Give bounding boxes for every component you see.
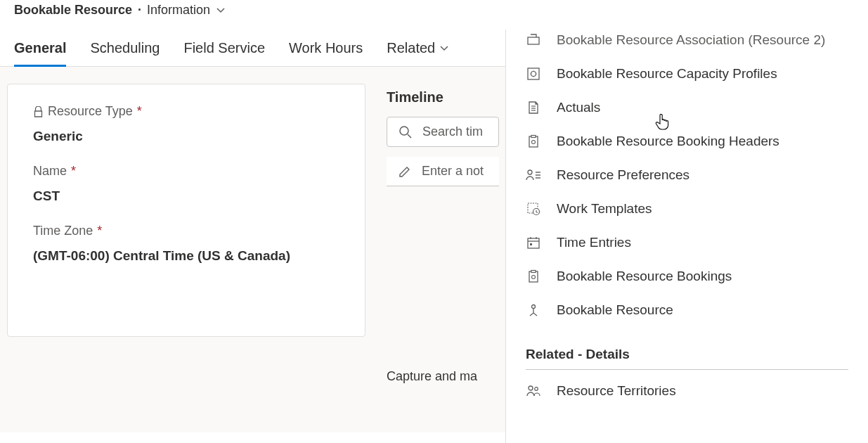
field-resource-type: Resource Type* Generic <box>33 104 339 144</box>
search-icon <box>399 125 413 139</box>
person-list-icon <box>526 167 541 183</box>
menu-section-header: Related - Details <box>526 331 848 370</box>
tab-related[interactable]: Related <box>387 40 449 66</box>
tab-scheduling[interactable]: Scheduling <box>90 40 160 66</box>
calendar-icon <box>526 235 541 250</box>
svg-point-26 <box>529 386 533 390</box>
menu-label: Resource Territories <box>557 383 676 399</box>
svg-point-0 <box>400 127 408 135</box>
field-label: Time Zone* <box>33 224 339 238</box>
chevron-down-icon <box>216 6 226 15</box>
lock-icon <box>33 106 44 117</box>
menu-item-actuals[interactable]: Actuals <box>506 91 868 124</box>
field-value[interactable]: Generic <box>33 129 339 144</box>
search-placeholder: Search tim <box>422 124 483 139</box>
tab-label: Field Service <box>183 40 265 56</box>
field-label: Name* <box>33 164 339 179</box>
menu-item-resource-territories[interactable]: Resource Territories <box>506 374 868 408</box>
svg-point-10 <box>532 141 536 144</box>
svg-point-27 <box>535 387 538 391</box>
label-text: Time Zone <box>33 224 93 238</box>
tab-label: Related <box>387 40 435 56</box>
form-name: Information <box>147 3 210 18</box>
menu-item-booking-headers[interactable]: Bookable Resource Booking Headers <box>506 124 868 158</box>
timeline-note-input[interactable]: Enter a not <box>387 157 499 186</box>
field-name: Name* CST <box>33 164 339 204</box>
svg-rect-22 <box>529 271 538 282</box>
svg-rect-23 <box>531 271 536 273</box>
menu-label: Work Templates <box>557 201 652 217</box>
tab-field-service[interactable]: Field Service <box>183 40 265 66</box>
pencil-icon <box>398 165 412 179</box>
tab-label: Work Hours <box>289 40 363 56</box>
breadcrumb[interactable]: Bookable Resource · Information <box>14 3 854 18</box>
general-card: Resource Type* Generic Name* CST Time Zo… <box>7 84 365 337</box>
menu-label: Bookable Resource Bookings <box>557 269 732 284</box>
menu-item-time-entries[interactable]: Time Entries <box>506 226 868 259</box>
menu-label: Bookable Resource Association (Resource … <box>557 32 825 48</box>
svg-rect-9 <box>531 136 536 138</box>
svg-point-25 <box>532 305 536 309</box>
association-icon <box>526 32 541 48</box>
label-text: Resource Type <box>48 104 133 119</box>
field-value[interactable]: CST <box>33 188 339 204</box>
required-marker: * <box>71 164 76 179</box>
separator: · <box>138 3 141 18</box>
capacity-icon <box>526 66 541 82</box>
menu-label: Bookable Resource Booking Headers <box>557 134 779 149</box>
tab-general[interactable]: General <box>14 40 66 66</box>
clipboard-gear-icon <box>526 134 541 149</box>
tab-work-hours[interactable]: Work Hours <box>289 40 363 66</box>
menu-label: Bookable Resource Capacity Profiles <box>557 66 777 82</box>
menu-item-capacity-profiles[interactable]: Bookable Resource Capacity Profiles <box>506 57 868 91</box>
menu-label: Resource Preferences <box>557 167 689 183</box>
document-icon <box>526 100 541 115</box>
clipboard-gear-icon <box>526 269 541 284</box>
label-text: Name <box>33 164 67 179</box>
template-clock-icon <box>526 201 541 217</box>
menu-label: Time Entries <box>557 235 631 250</box>
entity-name: Bookable Resource <box>14 3 132 18</box>
field-label: Resource Type* <box>33 104 339 119</box>
related-menu: Bookable Resource Association (Resource … <box>505 30 868 443</box>
note-placeholder: Enter a not <box>422 164 484 179</box>
field-timezone: Time Zone* (GMT-06:00) Central Time (US … <box>33 224 339 264</box>
chevron-down-icon <box>439 44 449 53</box>
tab-label: General <box>14 40 66 56</box>
svg-point-24 <box>532 276 536 279</box>
svg-line-1 <box>408 134 411 138</box>
required-marker: * <box>137 104 142 119</box>
svg-rect-8 <box>529 136 538 147</box>
svg-rect-21 <box>530 243 532 245</box>
timeline-search[interactable]: Search tim <box>387 117 499 147</box>
menu-item-truncated[interactable]: Bookable Resource Association (Resource … <box>506 30 868 57</box>
people-icon <box>526 383 541 399</box>
menu-item-resource-preferences[interactable]: Resource Preferences <box>506 158 868 192</box>
required-marker: * <box>97 224 102 238</box>
svg-point-11 <box>528 170 532 174</box>
person-pin-icon <box>526 302 541 318</box>
menu-label: Bookable Resource <box>557 302 673 318</box>
menu-label: Actuals <box>557 100 600 115</box>
svg-rect-2 <box>528 37 539 44</box>
tab-label: Scheduling <box>90 40 160 56</box>
menu-item-bookable-resource[interactable]: Bookable Resource <box>506 293 868 327</box>
menu-item-bookings[interactable]: Bookable Resource Bookings <box>506 259 868 293</box>
field-value[interactable]: (GMT-06:00) Central Time (US & Canada) <box>33 248 339 264</box>
svg-rect-3 <box>528 68 539 79</box>
svg-rect-17 <box>528 238 539 248</box>
menu-item-work-templates[interactable]: Work Templates <box>506 192 868 226</box>
svg-point-4 <box>531 72 536 77</box>
